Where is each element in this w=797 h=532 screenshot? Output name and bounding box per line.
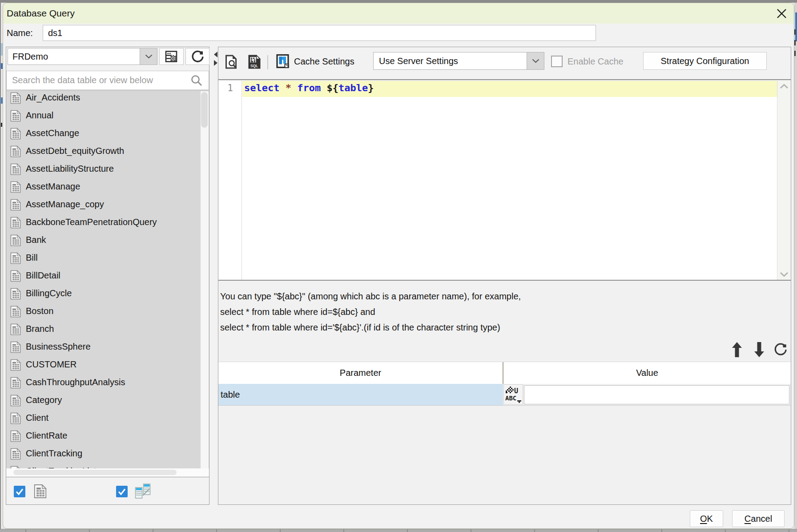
- parameter-row[interactable]: table U ABC: [218, 384, 791, 406]
- editor-scrollbar[interactable]: [777, 81, 791, 280]
- table-name: AssetDebt_equityGrowth: [26, 146, 124, 156]
- table-list-item[interactable]: Client: [6, 411, 209, 429]
- table-list-vertical-scrollbar[interactable]: [201, 91, 209, 469]
- query-toolbar: SQL Cache Settings Use Server Settings: [218, 47, 791, 80]
- background-artifact: [794, 40, 796, 45]
- search-input[interactable]: [7, 71, 185, 89]
- table-list-item[interactable]: Bill: [6, 251, 209, 269]
- parameter-value-input[interactable]: [524, 385, 789, 404]
- table-list-item[interactable]: BillDetail: [6, 269, 209, 286]
- cancel-label-rest: ancel: [751, 514, 772, 524]
- table-list-item[interactable]: Annual: [6, 109, 209, 126]
- table-list-item[interactable]: BusinessSphere: [6, 340, 209, 358]
- table-list-viewport: Air_AccidentsAnnualAssetChangeAssetDebt_…: [6, 91, 209, 469]
- sql-token: }: [368, 82, 374, 93]
- table-name: Bank: [26, 235, 46, 245]
- table-list-item[interactable]: CUSTOMER: [6, 358, 209, 375]
- connection-config-button[interactable]: [159, 48, 184, 65]
- table-list-item[interactable]: Bank: [6, 233, 209, 251]
- name-input[interactable]: [43, 25, 596, 41]
- parameter-table-header: Parameter Value: [218, 362, 791, 384]
- table-icon: [10, 323, 21, 335]
- view-filter-icon: [134, 484, 151, 500]
- refresh-icon: [773, 342, 788, 357]
- show-views-checkbox[interactable]: [116, 486, 128, 497]
- parameter-type-button[interactable]: U ABC: [503, 384, 523, 405]
- sql-code-line[interactable]: select * from ${table}: [244, 82, 374, 93]
- table-list-item[interactable]: BillingCycle: [6, 286, 209, 304]
- sql-token: *: [286, 82, 291, 93]
- sql-token: [291, 82, 297, 93]
- table-list-item[interactable]: AssetChange: [6, 126, 209, 144]
- table-list-item[interactable]: BackboneTeamPenetrationQuery: [6, 215, 209, 233]
- background-artifact: [794, 29, 796, 35]
- connection-select[interactable]: FRDemo: [8, 48, 157, 65]
- close-button[interactable]: [775, 7, 788, 20]
- ok-button[interactable]: OK: [690, 510, 723, 527]
- cache-mode-select[interactable]: Use Server Settings: [373, 52, 544, 70]
- dialog-titlebar[interactable]: Database Query: [3, 3, 794, 24]
- collapse-right-icon[interactable]: [213, 60, 218, 66]
- arrow-down-icon: [753, 341, 765, 358]
- table-icon: [10, 92, 21, 104]
- table-list-item[interactable]: AssetManage: [6, 180, 209, 197]
- parameter-help-text: You can type "${abc}" (among which abc i…: [218, 281, 791, 362]
- preview-button[interactable]: [223, 54, 239, 70]
- table-icon: [10, 217, 21, 229]
- table-list-item[interactable]: Branch: [6, 322, 209, 340]
- table-list-item[interactable]: CashThroughputAnalysis: [6, 375, 209, 393]
- paste-name-button[interactable]: [275, 53, 291, 69]
- table-icon: [10, 252, 21, 264]
- table-list-item[interactable]: ClientRate: [6, 429, 209, 447]
- table-list-item[interactable]: ClientTracking: [6, 447, 209, 464]
- parameter-table-empty-area: [218, 406, 791, 504]
- table-list: Air_AccidentsAnnualAssetChangeAssetDebt_…: [6, 90, 209, 476]
- table-icon: [10, 163, 21, 175]
- sql-file-button[interactable]: SQL: [246, 54, 262, 70]
- cache-mode-dropdown-button[interactable]: [527, 52, 544, 69]
- table-name: Bill: [26, 253, 38, 262]
- close-icon: [777, 8, 787, 19]
- table-list-item[interactable]: AssetDebt_equityGrowth: [6, 144, 209, 162]
- connection-selected-value: FRDemo: [12, 48, 48, 64]
- show-tables-checkbox[interactable]: [14, 486, 25, 497]
- move-parameter-up-button[interactable]: [729, 341, 745, 359]
- value-column-header: Value: [503, 362, 791, 384]
- help-line-2: select * from table where id=${abc} and: [220, 304, 791, 320]
- strategy-configuration-button[interactable]: Strategy Configuration: [643, 52, 767, 70]
- svg-text:SQL: SQL: [250, 64, 258, 68]
- refresh-parameters-button[interactable]: [773, 342, 789, 358]
- enable-cache-checkbox[interactable]: [551, 56, 563, 67]
- chevron-down-icon: [532, 59, 539, 63]
- sql-token: ${: [321, 82, 338, 93]
- cancel-button[interactable]: Cancel: [732, 510, 785, 527]
- list-filter-row: [6, 477, 209, 504]
- table-name: CashThroughputAnalysis: [26, 377, 125, 387]
- table-list-item[interactable]: Air_Accidents: [6, 91, 209, 109]
- toolbar-separator: [267, 55, 268, 69]
- parameter-name-cell[interactable]: table: [218, 384, 503, 405]
- collapse-left-icon[interactable]: [213, 51, 218, 58]
- table-name: AssetChange: [26, 128, 79, 138]
- table-list-item[interactable]: AssetLiabilityStructure: [6, 162, 209, 180]
- table-icon: [10, 199, 21, 211]
- connection-refresh-button[interactable]: [185, 48, 209, 65]
- scroll-up-icon[interactable]: [780, 84, 789, 89]
- vertical-scrollbar-thumb[interactable]: [201, 92, 208, 128]
- search-icon[interactable]: [190, 74, 203, 87]
- sql-token: select: [244, 82, 279, 93]
- dialog-title: Database Query: [7, 3, 75, 24]
- horizontal-scrollbar-thumb[interactable]: [13, 470, 177, 475]
- table-list-item[interactable]: Boston: [6, 304, 209, 322]
- table-icon: [10, 270, 21, 282]
- background-artifact: [1, 123, 2, 127]
- table-list-item[interactable]: Category: [6, 393, 209, 411]
- scroll-down-icon[interactable]: [780, 272, 789, 277]
- table-list-horizontal-scrollbar[interactable]: [6, 468, 209, 476]
- table-icon: [10, 377, 21, 389]
- table-search-box: [6, 71, 209, 90]
- table-list-item[interactable]: AssetManage_copy: [6, 197, 209, 215]
- move-parameter-down-button[interactable]: [751, 341, 767, 359]
- connection-dropdown-button[interactable]: [140, 48, 157, 64]
- sql-editor[interactable]: 1 select * from ${table}: [218, 81, 791, 281]
